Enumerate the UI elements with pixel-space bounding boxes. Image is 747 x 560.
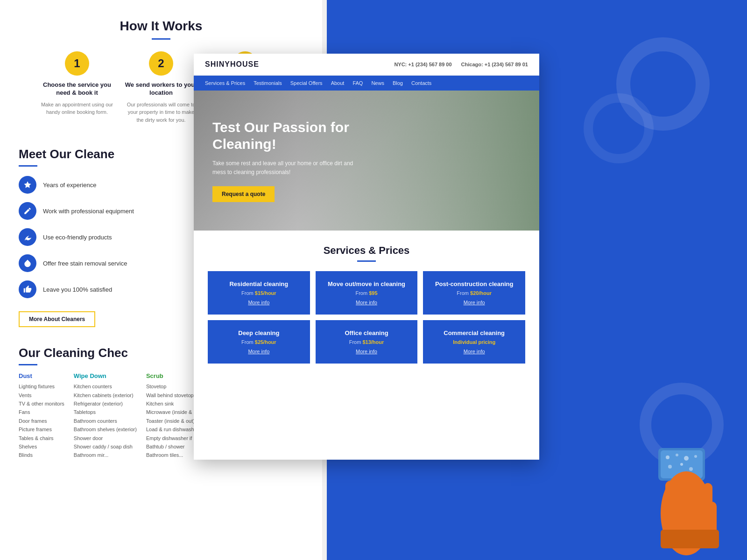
list-item: Fans [19, 409, 64, 416]
nav-faq[interactable]: FAQ [352, 80, 363, 86]
more-about-button[interactable]: More About Cleaners [19, 311, 95, 327]
services-divider [357, 260, 376, 262]
list-item: Blinds [19, 452, 64, 459]
service-card-moveout[interactable]: Move out/move in cleaning From $95 More … [316, 271, 418, 315]
site-contacts: NYC: +1 (234) 567 89 00 Chicago: +1 (234… [394, 62, 528, 67]
leaf-icon [19, 228, 36, 246]
list-item: Lighting fixtures [19, 383, 64, 390]
contact-nyc: NYC: +1 (234) 567 89 00 [394, 62, 451, 67]
list-item: Kitchen counters [74, 383, 137, 390]
how-it-works-title: How It Works [19, 19, 303, 34]
step-number-1: 1 [65, 51, 89, 76]
services-title: Services & Prices [208, 245, 525, 257]
list-item: Bathroom shelves (exterior) [74, 426, 137, 433]
step-1: 1 Choose the service you need & book it … [40, 51, 114, 124]
service-office-title: Office cleaning [323, 329, 411, 336]
service-postconstruction-more[interactable]: More info [430, 300, 518, 305]
svg-point-11 [694, 455, 697, 458]
service-card-office[interactable]: Office cleaning From $13/hour More info [316, 320, 418, 364]
deco-circle-2 [584, 93, 654, 163]
list-item: Microwave (inside & o... [146, 409, 201, 416]
nav-news[interactable]: News [371, 80, 384, 86]
service-residential-more[interactable]: More info [215, 300, 303, 305]
svg-point-12 [668, 465, 672, 469]
list-item: Bathtub / shower [146, 443, 201, 450]
nav-blog[interactable]: Blog [393, 80, 403, 86]
list-item: Shelves [19, 443, 64, 450]
list-item: Toaster (inside & out) [146, 418, 201, 425]
site-nav: Services & Prices Testimonials Special O… [194, 76, 539, 91]
list-item: Empty dishwasher if d... [146, 435, 201, 442]
service-card-residential[interactable]: Residential cleaning From $15/hour More … [208, 271, 310, 315]
service-card-deep[interactable]: Deep cleaning From $25/hour More info [208, 320, 310, 364]
service-office-more[interactable]: More info [323, 349, 411, 354]
list-item: Bathroom counters [74, 418, 137, 425]
list-item: Refrigerator (exterior) [74, 400, 137, 407]
service-residential-price: From $15/hour [215, 290, 303, 296]
list-item: Bathroom mir... [74, 452, 137, 459]
step-2: 2 We send workers to your location Our p… [124, 51, 198, 124]
list-item: Kitchen sink [146, 400, 201, 407]
service-office-price: From $13/hour [323, 339, 411, 345]
list-item: Vents [19, 392, 64, 399]
section-divider-1 [152, 38, 170, 40]
checklist-col-dust: Dust Lighting fixtures Vents TV & other … [19, 372, 64, 461]
service-commercial-title: Commercial cleaning [430, 329, 518, 336]
service-commercial-more[interactable]: More info [430, 349, 518, 354]
list-item: Wall behind stovetop [146, 392, 201, 399]
svg-rect-21 [661, 530, 719, 548]
checklist-dust-list: Lighting fixtures Vents TV & other monit… [19, 383, 64, 459]
step-2-heading: We send workers to your location [124, 81, 198, 97]
svg-point-14 [689, 467, 693, 471]
service-moveout-title: Move out/move in cleaning [323, 280, 411, 287]
list-item: Tabletops [74, 409, 137, 416]
list-item: Picture frames [19, 426, 64, 433]
svg-point-8 [666, 455, 669, 459]
list-item: Shower door [74, 435, 137, 442]
feature-stain-label: Offer free stain removal service [43, 260, 127, 267]
hand-decoration [644, 420, 747, 560]
nav-special-offers[interactable]: Special Offers [290, 80, 323, 86]
step-2-desc: Our professionals will come to your prop… [124, 101, 198, 124]
checklist-wipedown-heading: Wipe Down [74, 372, 137, 379]
service-deep-more[interactable]: More info [215, 349, 303, 354]
feature-experience-label: Years of experience [43, 182, 96, 189]
list-item: Tables & chairs [19, 435, 64, 442]
list-item: Load & run dishwashe... [146, 426, 201, 433]
nav-about[interactable]: About [331, 80, 345, 86]
service-residential-title: Residential cleaning [215, 280, 303, 287]
hero-heading: Test Our Passion for Cleaning! [212, 119, 362, 153]
nav-contacts[interactable]: Contacts [411, 80, 431, 86]
tools-icon [19, 202, 36, 220]
checklist-col-wipedown: Wipe Down Kitchen counters Kitchen cabin… [74, 372, 137, 461]
service-deep-title: Deep cleaning [215, 329, 303, 336]
section-divider-3 [19, 364, 37, 365]
nav-testimonials[interactable]: Testimonials [254, 80, 282, 86]
checklist-scrub-list: Stovetop Wall behind stovetop Kitchen si… [146, 383, 201, 459]
list-item: Kitchen cabinets (exterior) [74, 392, 137, 399]
list-item: Stovetop [146, 383, 201, 390]
site-hero: Test Our Passion for Cleaning! Take some… [194, 91, 539, 231]
service-postconstruction-price: From $20/hour [430, 290, 518, 296]
hero-subtext: Take some rest and leave all your home o… [212, 159, 362, 177]
checklist-wipedown-list: Kitchen counters Kitchen cabinets (exter… [74, 383, 137, 459]
step-number-2: 2 [149, 51, 173, 76]
step-1-heading: Choose the service you need & book it [40, 81, 114, 97]
service-commercial-price: Individual pricing [430, 339, 518, 345]
service-card-commercial[interactable]: Commercial cleaning Individual pricing M… [423, 320, 525, 364]
service-card-postconstruction[interactable]: Post-construction cleaning From $20/hour… [423, 271, 525, 315]
service-moveout-more[interactable]: More info [323, 300, 411, 305]
list-item: TV & other monitors [19, 400, 64, 407]
nav-services[interactable]: Services & Prices [205, 80, 245, 86]
star-icon [19, 176, 36, 194]
section-divider-2 [19, 165, 37, 167]
step-1-desc: Make an appointment using our handy onli… [40, 101, 114, 116]
checklist-dust-heading: Dust [19, 372, 64, 379]
service-postconstruction-title: Post-construction cleaning [430, 280, 518, 287]
checklist-scrub-heading: Scrub [146, 372, 201, 379]
hero-cta-button[interactable]: Request a quote [212, 186, 275, 202]
svg-point-9 [676, 454, 678, 456]
list-item: Bathroom tiles... [146, 452, 201, 459]
website-overlay: SHINYHOUSE NYC: +1 (234) 567 89 00 Chica… [194, 54, 539, 460]
feature-equipment-label: Work with professional equipment [43, 208, 134, 215]
